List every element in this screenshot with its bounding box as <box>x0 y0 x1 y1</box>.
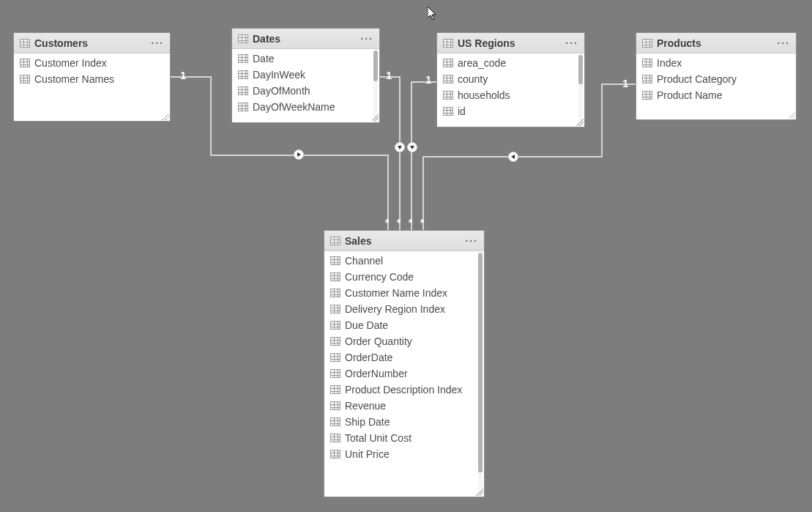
field-item[interactable]: id <box>437 103 584 119</box>
table-card-products[interactable]: Products···IndexProduct CategoryProduct … <box>636 32 797 120</box>
field-name: Revenue <box>345 400 386 412</box>
field-name: Ship Date <box>345 416 390 428</box>
column-icon <box>238 54 248 63</box>
model-canvas[interactable]: 1 1 1 1 * * * * Customers···Customer Ind… <box>0 0 812 512</box>
table-title: US Regions <box>458 37 561 49</box>
field-name: OrderNumber <box>345 368 408 379</box>
field-item[interactable]: Product Description Index <box>324 382 484 398</box>
field-item[interactable]: Revenue <box>324 398 484 414</box>
field-item[interactable]: DayOfWeekName <box>232 99 379 115</box>
field-list[interactable]: IndexProduct CategoryProduct Name <box>636 53 796 119</box>
resize-handle[interactable] <box>576 119 584 126</box>
field-item[interactable]: Index <box>636 55 796 71</box>
resize-handle[interactable] <box>371 114 379 122</box>
column-icon <box>330 353 340 362</box>
more-options-icon[interactable]: ··· <box>151 37 164 49</box>
column-icon <box>642 59 652 67</box>
filter-arrow-dates[interactable] <box>395 142 405 152</box>
scrollbar[interactable] <box>578 55 583 125</box>
cardinality-one-products: 1 <box>622 77 628 89</box>
field-item[interactable]: Date <box>232 51 379 67</box>
table-header-customers[interactable]: Customers··· <box>14 33 170 53</box>
field-item[interactable]: Product Name <box>636 87 796 103</box>
scroll-thumb[interactable] <box>578 55 583 84</box>
table-header-dates[interactable]: Dates··· <box>232 29 379 49</box>
field-name: Customer Name Index <box>345 287 447 299</box>
field-name: id <box>458 105 466 117</box>
column-icon <box>330 450 340 459</box>
field-item[interactable]: OrderNumber <box>324 366 484 382</box>
field-item[interactable]: DayOfMonth <box>232 83 379 99</box>
table-card-customers[interactable]: Customers···Customer IndexCustomer Names <box>13 32 171 122</box>
field-name: DayOfMonth <box>253 85 310 97</box>
field-item[interactable]: DayInWeek <box>232 67 379 83</box>
field-item[interactable]: area_code <box>437 55 584 71</box>
more-options-icon[interactable]: ··· <box>465 235 478 247</box>
more-options-icon[interactable]: ··· <box>360 33 373 45</box>
column-icon <box>20 59 30 67</box>
mouse-cursor <box>428 7 439 21</box>
field-name: Index <box>657 57 682 69</box>
cardinality-many-usregions: * <box>409 217 412 229</box>
field-item[interactable]: Customer Name Index <box>324 285 484 301</box>
scrollbar[interactable] <box>478 253 483 495</box>
table-icon <box>20 39 30 48</box>
field-list[interactable]: ChannelCurrency CodeCustomer Name IndexD… <box>324 251 484 497</box>
table-card-sales[interactable]: Sales···ChannelCurrency CodeCustomer Nam… <box>324 230 485 497</box>
column-icon <box>330 385 340 394</box>
svg-marker-4 <box>428 7 436 20</box>
field-item[interactable]: Customer Names <box>14 71 170 87</box>
field-item[interactable]: Delivery Region Index <box>324 301 484 317</box>
field-name: Order Quantity <box>345 335 412 347</box>
more-options-icon[interactable]: ··· <box>777 37 790 49</box>
field-item[interactable]: OrderDate <box>324 349 484 366</box>
cardinality-many-dates: * <box>397 217 401 229</box>
field-item[interactable]: Product Category <box>636 71 796 87</box>
field-name: county <box>458 73 488 85</box>
field-item[interactable]: Ship Date <box>324 414 484 430</box>
field-item[interactable]: Order Quantity <box>324 333 484 349</box>
field-name: Date <box>253 53 275 64</box>
field-name: Unit Price <box>345 448 390 460</box>
field-name: Product Category <box>657 73 737 85</box>
filter-arrow-usregions[interactable] <box>407 142 417 152</box>
column-icon <box>238 86 248 95</box>
table-header-products[interactable]: Products··· <box>636 33 796 53</box>
more-options-icon[interactable]: ··· <box>565 37 578 49</box>
field-item[interactable]: Due Date <box>324 317 484 333</box>
field-list[interactable]: DateDayInWeekDayOfMonthDayOfWeekName <box>232 49 379 122</box>
resize-handle[interactable] <box>788 111 795 119</box>
field-item[interactable]: Total Unit Cost <box>324 430 484 446</box>
field-list[interactable]: area_codecountyhouseholdsid <box>437 53 584 127</box>
resize-handle[interactable] <box>476 489 483 496</box>
table-card-usregions[interactable]: US Regions···area_codecountyhouseholdsid <box>436 32 585 127</box>
cardinality-one-customers: 1 <box>180 69 186 81</box>
field-item[interactable]: Unit Price <box>324 446 484 462</box>
field-name: DayInWeek <box>253 69 305 81</box>
column-icon <box>642 91 652 100</box>
field-name: households <box>458 89 510 101</box>
resize-handle[interactable] <box>162 113 169 120</box>
table-header-sales[interactable]: Sales··· <box>324 231 484 251</box>
scrollbar[interactable] <box>373 51 378 121</box>
column-icon <box>330 289 340 297</box>
table-card-dates[interactable]: Dates···DateDayInWeekDayOfMonthDayOfWeek… <box>231 28 380 123</box>
field-name: Currency Code <box>345 271 414 283</box>
filter-arrow-customers[interactable] <box>294 149 304 160</box>
field-name: OrderDate <box>345 352 392 363</box>
field-name: Customer Index <box>34 57 107 69</box>
field-list[interactable]: Customer IndexCustomer Names <box>14 53 170 121</box>
field-item[interactable]: county <box>437 71 584 87</box>
table-header-usregions[interactable]: US Regions··· <box>437 33 584 53</box>
field-name: area_code <box>458 57 506 69</box>
column-icon <box>443 107 453 116</box>
field-item[interactable]: households <box>437 87 584 103</box>
field-item[interactable]: Channel <box>324 253 484 269</box>
field-item[interactable]: Currency Code <box>324 269 484 285</box>
scroll-thumb[interactable] <box>373 51 378 81</box>
field-item[interactable]: Customer Index <box>14 55 170 71</box>
scroll-thumb[interactable] <box>478 253 483 472</box>
svg-marker-2 <box>410 146 414 149</box>
filter-arrow-products[interactable] <box>508 152 518 162</box>
field-name: Product Description Index <box>345 384 462 396</box>
